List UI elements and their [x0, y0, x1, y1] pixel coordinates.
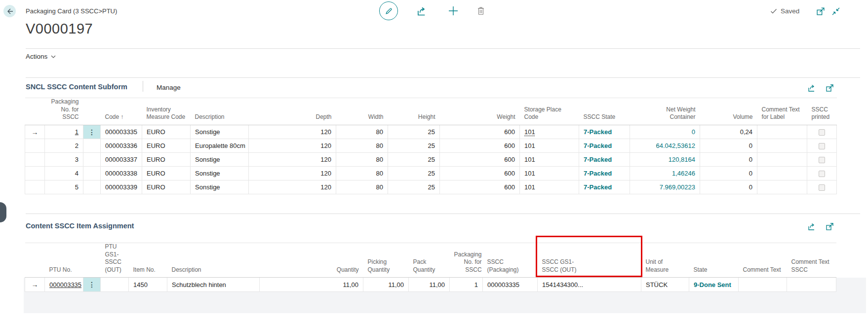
sscc-printed-checkbox[interactable]	[819, 171, 825, 177]
back-button[interactable]	[3, 5, 16, 17]
table-row[interactable]: 2 000003336 EURO Europalette 80cm 120 80…	[25, 139, 837, 153]
cell-inventory-measure[interactable]: EURO	[142, 125, 191, 139]
cell-packaging-no[interactable]: 5	[45, 180, 83, 194]
cell-storage-place[interactable]: 101	[520, 139, 579, 153]
cell-sscc-state[interactable]: 7-Packed	[579, 125, 630, 139]
cell-code[interactable]: 000003335	[101, 125, 142, 139]
table-row[interactable]: 4 000003338 EURO Sonstige 120 80 25 600 …	[25, 167, 837, 180]
row-options-cell[interactable]	[83, 167, 101, 180]
cell-height[interactable]: 25	[388, 125, 440, 139]
col-ptu-no-header[interactable]: PTU No.	[45, 243, 83, 278]
cell-weight[interactable]: 600	[440, 153, 520, 167]
section1-popout-button[interactable]	[825, 83, 834, 92]
cell-packaging-no[interactable]: 3	[45, 153, 83, 167]
table-row[interactable]: 5 000003339 EURO Sonstige 120 80 25 600 …	[25, 180, 837, 194]
row-options-cell[interactable]	[83, 153, 101, 167]
new-button[interactable]	[448, 5, 459, 16]
cell-height[interactable]: 25	[388, 153, 440, 167]
cell-volume[interactable]: 0	[700, 180, 757, 194]
cell-weight[interactable]: 600	[440, 180, 520, 194]
cell-volume[interactable]: 0	[700, 153, 757, 167]
col-sscc-printed-header[interactable]: SSCC printed	[807, 98, 837, 125]
col-net-weight-header[interactable]: Net Weight Container	[630, 98, 700, 125]
edit-button[interactable]	[379, 1, 398, 20]
cell-comment-label[interactable]	[757, 153, 807, 167]
cell-height[interactable]: 25	[388, 167, 440, 180]
cell-net-weight[interactable]: 0	[630, 125, 700, 139]
cell-picking-quantity[interactable]: 11,00	[363, 278, 409, 292]
cell-code[interactable]: 000003337	[101, 153, 142, 167]
col-height-header[interactable]: Height	[388, 98, 440, 125]
cell-volume[interactable]: 0	[700, 139, 757, 153]
col-code-header[interactable]: Code↑	[101, 98, 142, 125]
delete-button[interactable]	[476, 5, 486, 16]
cell-volume[interactable]: 0,24	[700, 125, 757, 139]
cell-comment-text[interactable]	[739, 278, 787, 292]
col-width-header[interactable]: Width	[336, 98, 388, 125]
sscc-printed-checkbox[interactable]	[819, 157, 825, 163]
cell-inventory-measure[interactable]: EURO	[142, 139, 191, 153]
cell-storage-place[interactable]: 101	[520, 125, 579, 139]
actions-menu[interactable]: Actions	[26, 53, 56, 60]
cell-net-weight[interactable]: 7.969,00223	[630, 180, 700, 194]
cell-ptu-gs1[interactable]	[101, 278, 129, 292]
col-sscc-gs1-header[interactable]: SSCC GS1-SSCC (OUT)	[538, 243, 641, 278]
cell-depth[interactable]: 120	[249, 167, 336, 180]
cell-depth[interactable]: 120	[249, 153, 336, 167]
cell-sscc-gs1[interactable]: 1541434300...	[538, 278, 641, 292]
cell-depth[interactable]: 120	[249, 180, 336, 194]
cell-sscc-state[interactable]: 7-Packed	[579, 139, 630, 153]
col-packaging-no-header[interactable]: Packaging No. for SSCC	[45, 98, 83, 125]
cell-width[interactable]: 80	[336, 167, 388, 180]
col-comment-text-header[interactable]: Comment Text	[739, 243, 787, 278]
col-volume-header[interactable]: Volume	[700, 98, 757, 125]
cell-code[interactable]: 000003338	[101, 167, 142, 180]
cell-packaging-no[interactable]: 1	[45, 125, 83, 139]
cell-description[interactable]: Sonstige	[191, 153, 249, 167]
cell-comment-label[interactable]	[757, 125, 807, 139]
cell-storage-place[interactable]: 101	[520, 167, 579, 180]
col-comment-label-header[interactable]: Comment Text for Label	[757, 98, 807, 125]
table-row[interactable]: 3 000003337 EURO Sonstige 120 80 25 600 …	[25, 153, 837, 167]
cell-comment-label[interactable]	[757, 180, 807, 194]
col-comment-text-sscc-header[interactable]: Comment Text SSCC	[787, 243, 836, 278]
cell-width[interactable]: 80	[336, 125, 388, 139]
cell-packaging-no[interactable]: 1	[450, 278, 483, 292]
col-weight-header[interactable]: Weight	[440, 98, 520, 125]
cell-comment-label[interactable]	[757, 139, 807, 153]
cell-inventory-measure[interactable]: EURO	[142, 180, 191, 194]
cell-packaging-no[interactable]: 2	[45, 139, 83, 153]
cell-inventory-measure[interactable]: EURO	[142, 167, 191, 180]
col-inventory-measure-header[interactable]: Inventory Measure Code	[142, 98, 191, 125]
cell-net-weight[interactable]: 120,8164	[630, 153, 700, 167]
col-ptu-gs1-header[interactable]: PTU GS1-SSCC (OUT)	[101, 243, 129, 278]
cell-item-no[interactable]: 1450	[129, 278, 167, 292]
table-row[interactable]: → 000003335 ⋮ 1450 Schutzblech hinten 11…	[25, 278, 836, 292]
col-quantity-header[interactable]: Quantity	[260, 243, 363, 278]
cell-description[interactable]: Schutzblech hinten	[167, 278, 260, 292]
col-storage-place-header[interactable]: Storage Place Code	[520, 98, 579, 125]
cell-sscc-state[interactable]: 7-Packed	[579, 180, 630, 194]
row-options-cell[interactable]	[83, 139, 101, 153]
cell-description[interactable]: Europalette 80cm	[191, 139, 249, 153]
cell-volume[interactable]: 0	[700, 167, 757, 180]
section2-popout-button[interactable]	[825, 222, 834, 231]
share-button[interactable]	[416, 5, 427, 16]
sscc-printed-checkbox[interactable]	[819, 129, 825, 136]
cell-pack-quantity[interactable]: 11,00	[409, 278, 450, 292]
cell-unit-of-measure[interactable]: STÜCK	[641, 278, 689, 292]
cell-depth[interactable]: 120	[249, 139, 336, 153]
section1-share-button[interactable]	[807, 83, 816, 92]
cell-quantity[interactable]: 11,00	[260, 278, 363, 292]
manage-menu[interactable]: Manage	[157, 84, 181, 91]
cell-comment-label[interactable]	[757, 167, 807, 180]
cell-inventory-measure[interactable]: EURO	[142, 153, 191, 167]
col-pack-quantity-header[interactable]: Pack Quantity	[409, 243, 450, 278]
row-options-button[interactable]: ⋮	[83, 278, 101, 292]
cell-weight[interactable]: 600	[440, 125, 520, 139]
cell-width[interactable]: 80	[336, 153, 388, 167]
col-item-no-header[interactable]: Item No.	[129, 243, 167, 278]
row-options-button[interactable]: ⋮	[83, 125, 101, 139]
sscc-printed-checkbox[interactable]	[819, 184, 825, 191]
collapse-button[interactable]	[831, 7, 840, 16]
